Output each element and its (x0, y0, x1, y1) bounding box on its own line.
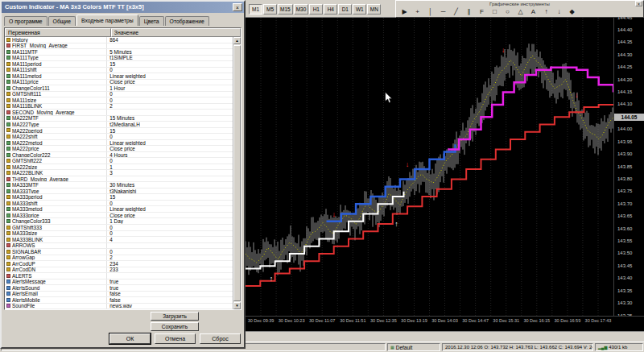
param-value[interactable]: 5 Minutes (107, 49, 233, 55)
param-value[interactable]: true (107, 285, 233, 291)
chart-canvas[interactable]: ↑↓↑↓↓↓ (246, 18, 613, 316)
arrow-down-icon[interactable]: ↓ (553, 7, 565, 17)
param-row[interactable]: SECOND_Moving_Average (5, 110, 233, 116)
timeframe-button-d1[interactable]: D1 (338, 4, 352, 14)
price-scale[interactable]: 144.45144.40144.35144.30144.25144.20144.… (613, 18, 644, 316)
ellipse-icon[interactable]: ○ (502, 7, 514, 17)
param-value[interactable]: Close price (107, 213, 233, 218)
close-dialog-button[interactable]: × (233, 3, 242, 11)
graphic-tools-caption[interactable]: Графические инструменты × (396, 1, 643, 7)
param-value[interactable]: 15 Minutes (107, 116, 233, 122)
trendline-icon[interactable]: ╱ (450, 7, 462, 17)
scroll-down-icon[interactable]: ▼ (233, 302, 241, 309)
param-row[interactable]: MA333MTF30 Minutes (5, 182, 233, 188)
symbol-icon[interactable]: ◆ (566, 7, 578, 17)
timeframe-button-mn[interactable]: MN (367, 4, 381, 14)
timeframe-button-m30[interactable]: M30 (294, 4, 309, 14)
dialog-tab[interactable]: Цвета (139, 16, 164, 26)
param-row[interactable]: GMTShift3330 (5, 225, 233, 231)
param-row[interactable]: MA111Typet1SIMPLE (5, 56, 233, 62)
param-value[interactable]: 0 (107, 231, 233, 237)
reset-button[interactable]: Сброс (200, 333, 241, 344)
param-value[interactable]: Linear weighted (107, 140, 233, 146)
param-value[interactable]: 234 (107, 261, 233, 267)
param-row[interactable]: FIRST_Moving_Average (5, 43, 233, 50)
param-row[interactable]: SoundFilenews.wav (5, 304, 233, 310)
param-value[interactable]: false (107, 297, 233, 303)
param-row[interactable]: MA222period15 (5, 128, 233, 135)
text-icon[interactable]: A (527, 7, 539, 17)
param-row[interactable]: AlertsEmailfalse (5, 292, 233, 298)
param-value[interactable]: 0 (107, 249, 233, 255)
table-scrollbar[interactable]: ▲ ▼ (233, 37, 241, 309)
param-row[interactable]: AlertsMessagetrue (5, 280, 233, 286)
rectangle-icon[interactable]: □ (489, 7, 501, 17)
param-row[interactable]: MA333BLINK4 (5, 237, 233, 243)
param-value[interactable]: 30 Minutes (107, 182, 233, 188)
param-row[interactable]: MA222BLINK3 (5, 170, 233, 176)
param-value[interactable]: Linear weighted (107, 206, 233, 212)
dialog-tab[interactable]: О программе (4, 16, 47, 26)
param-value[interactable]: Close price (107, 80, 233, 85)
load-button[interactable]: Загрузить (151, 312, 199, 321)
timeframe-button-m5[interactable]: M5 (263, 4, 277, 14)
param-row[interactable]: MA111BLINK2 (5, 104, 233, 110)
param-row[interactable]: AlertsMobilefalse (5, 297, 233, 304)
arrow-up-icon[interactable]: ↑ (540, 7, 552, 17)
param-value[interactable]: 0 (107, 92, 233, 97)
param-value[interactable]: 864 (107, 37, 233, 43)
param-value[interactable]: news.wav (107, 304, 233, 309)
param-row[interactable]: GMTShift1110 (5, 92, 233, 98)
param-value[interactable]: 2 (107, 104, 233, 110)
dialog-tab[interactable]: Общие (48, 16, 76, 26)
param-row[interactable]: ArrCodDN233 (5, 267, 233, 274)
param-row[interactable]: MA222priceClose price (5, 146, 233, 152)
param-row[interactable]: MA222size1 (5, 164, 233, 171)
param-row[interactable]: MA111MTF5 Minutes (5, 49, 233, 56)
param-row[interactable]: MA222shift0 (5, 134, 233, 140)
param-row[interactable]: SIGNALBAR0 (5, 249, 233, 255)
param-value[interactable]: 233 (107, 267, 233, 273)
param-row[interactable]: ArrowGap2 (5, 255, 233, 262)
param-value[interactable]: t2MedianaLH (107, 122, 233, 127)
param-row[interactable]: GMTShift2220 (5, 158, 233, 164)
ok-button[interactable]: ОК (109, 333, 151, 344)
param-row[interactable]: MA222MTF15 Minutes (5, 116, 233, 122)
scroll-up-icon[interactable]: ▲ (233, 37, 241, 44)
cancel-button[interactable]: Отмена (155, 333, 196, 344)
param-value[interactable]: 0 (107, 68, 233, 73)
param-row[interactable]: ChangeColor1111 Hour (5, 85, 233, 92)
param-value[interactable]: 15 (107, 128, 233, 134)
param-value[interactable]: Close price (107, 146, 233, 151)
param-value[interactable]: 0 (107, 134, 233, 139)
param-value[interactable]: 0 (107, 97, 233, 103)
param-value[interactable]: 15 (107, 61, 233, 67)
param-value[interactable]: 15 (107, 194, 233, 200)
param-row[interactable]: MA222metodLinear weighted (5, 140, 233, 147)
param-value[interactable]: 4 Hours (107, 152, 233, 158)
timeframe-button-m15[interactable]: M15 (278, 4, 293, 14)
price-chart[interactable]: ↑↓↑↓↓↓ (246, 18, 613, 316)
timeframe-button-h4[interactable]: H4 (324, 4, 337, 14)
crosshair-icon[interactable]: + (411, 7, 423, 17)
param-row[interactable]: MA111period15 (5, 61, 233, 68)
vertical-line-icon[interactable]: │ (424, 7, 436, 17)
param-row[interactable]: MA333size0 (5, 231, 233, 238)
param-row[interactable]: MA111priceClose price (5, 80, 233, 86)
param-row[interactable]: MA222Typet2MedianaLH (5, 122, 233, 128)
param-value[interactable]: 2 (107, 255, 233, 261)
param-value[interactable]: 1 Day (107, 218, 233, 224)
param-row[interactable]: History864 (5, 37, 233, 43)
param-row[interactable]: THIRD_Moving_Average (5, 176, 233, 183)
param-row[interactable]: AlertsSoundtrue (5, 285, 233, 292)
param-value[interactable]: 3 (107, 170, 233, 176)
param-row[interactable]: MA111metodLinear weighted (5, 73, 233, 80)
param-value[interactable]: 0 (107, 225, 233, 230)
param-row[interactable]: MA111size0 (5, 97, 233, 104)
timeframe-button-h1[interactable]: H1 (309, 4, 323, 14)
param-row[interactable]: MA333period15 (5, 194, 233, 201)
param-value[interactable]: 0 (107, 158, 233, 164)
param-value[interactable]: 4 (107, 237, 233, 242)
fibonacci-icon[interactable]: F (476, 7, 488, 17)
param-value[interactable]: 1 Hour (107, 85, 233, 91)
